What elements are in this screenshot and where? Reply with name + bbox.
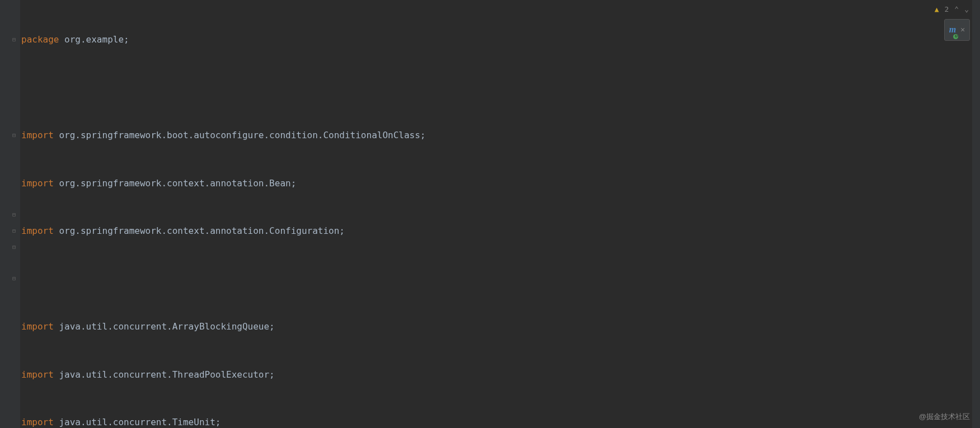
code-line: import java.util.concurrent.ArrayBlockin… <box>21 319 980 335</box>
code-editor[interactable]: package org.example; import org.springfr… <box>0 0 980 428</box>
code-line: import org.springframework.context.annot… <box>21 176 980 192</box>
code-line: import org.springframework.context.annot… <box>21 223 980 239</box>
code-line: package org.example; <box>21 32 980 48</box>
code-line: import org.springframework.boot.autoconf… <box>21 128 980 144</box>
watermark: @掘金技术社区 <box>919 409 970 425</box>
code-line <box>21 271 980 288</box>
code-line: import java.util.concurrent.ThreadPoolEx… <box>21 367 980 383</box>
code-line <box>21 80 980 96</box>
code-line: import java.util.concurrent.TimeUnit; <box>21 415 980 428</box>
